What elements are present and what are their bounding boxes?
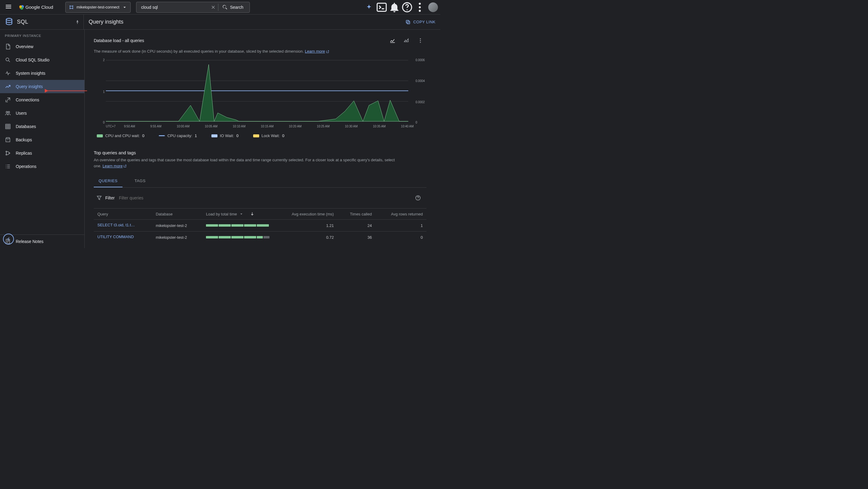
copy-link-label: COPY LINK — [413, 20, 435, 24]
sidebar-item-label: Users — [16, 111, 27, 116]
y-tick: 0.0004 — [415, 79, 427, 83]
search-button[interactable]: Search — [218, 4, 247, 10]
cell-database: mikelopster-test-2 — [152, 220, 202, 231]
collapse-sidebar-button[interactable] — [3, 234, 14, 244]
legend-cpu-capacity[interactable]: CPU capacity: 1 — [159, 134, 197, 138]
sidebar-item-label: Operations — [16, 164, 36, 169]
tab-queries[interactable]: QUERIES — [94, 175, 123, 187]
tab-tags[interactable]: TAGS — [130, 175, 151, 187]
search-bar[interactable]: Search — [136, 2, 250, 13]
svg-point-18 — [6, 58, 9, 61]
chevron-down-icon — [122, 4, 127, 10]
help-button[interactable] — [401, 1, 413, 13]
legend-label: Lock Wait: — [261, 134, 280, 138]
gemini-button[interactable] — [363, 1, 375, 13]
cell-rows-returned: 1 — [375, 220, 427, 231]
x-tick: 10:15 AM — [261, 125, 273, 128]
svg-point-19 — [6, 111, 7, 113]
x-tick: 10:40 AM — [401, 125, 414, 128]
sql-service-icon — [5, 17, 13, 27]
sidebar-item-system-insights[interactable]: System insights — [0, 66, 84, 80]
chart-title: Database load - all queries — [94, 38, 144, 43]
th-exec-time[interactable]: Avg execution time (ms) — [273, 208, 338, 220]
service-label: SQL — [17, 19, 28, 25]
learn-more-link[interactable]: Learn more — [102, 164, 127, 168]
legend-lock-wait[interactable]: Lock Wait: 0 — [253, 134, 284, 138]
sidebar-item-label: Connections — [16, 97, 39, 102]
avatar[interactable] — [428, 2, 438, 12]
sidebar-item-connections[interactable]: Connections — [0, 93, 84, 107]
svg-rect-22 — [6, 139, 10, 142]
legend-label: CPU and CPU wait: — [105, 134, 140, 138]
svg-point-3 — [19, 5, 22, 8]
monitor-icon — [5, 70, 11, 76]
th-load[interactable]: Load by total time — [202, 208, 273, 220]
svg-point-24 — [6, 154, 7, 155]
cell-exec-ms: 0.72 — [273, 231, 338, 243]
project-selector[interactable]: mikelopster-test-connect — [65, 2, 131, 13]
more-button[interactable] — [414, 1, 426, 13]
grid-icon — [5, 123, 11, 130]
close-icon — [211, 4, 216, 10]
legend-cpu-wait[interactable]: CPU and CPU wait: 0 — [97, 134, 144, 138]
legend-value: 0 — [236, 134, 238, 138]
pin-button[interactable] — [71, 16, 84, 28]
table-row[interactable]: SELECT t3.oid, t1.t… mikelopster-test-2 — [94, 220, 427, 231]
svg-rect-9 — [377, 3, 386, 11]
filter-help-button[interactable] — [412, 192, 424, 204]
svg-point-12 — [419, 3, 421, 5]
table-header-row: Query Database Load by total time Avg ex… — [94, 208, 427, 220]
sidebar-item-cloud-sql-studio[interactable]: Cloud SQL Studio — [0, 53, 84, 66]
sidebar-item-users[interactable]: Users — [0, 107, 84, 120]
sidebar-item-query-insights[interactable]: Query insights — [0, 80, 84, 93]
search-input[interactable] — [139, 5, 209, 10]
sidebar-item-operations[interactable]: Operations — [0, 160, 84, 173]
sidebar-item-databases[interactable]: Databases — [0, 120, 84, 133]
legend-label: IO Wait: — [220, 134, 234, 138]
svg-text:Google Cloud: Google Cloud — [25, 4, 53, 10]
chart-legend: CPU and CPU wait: 0 CPU capacity: 1 IO W… — [94, 134, 427, 138]
y-tick: 0 — [94, 121, 105, 124]
cloud-shell-button[interactable] — [376, 1, 388, 13]
sidebar-item-overview[interactable]: Overview — [0, 40, 84, 53]
th-database[interactable]: Database — [152, 208, 202, 220]
x-axis: 9:50 AM 9:55 AM 10:00 AM 10:05 AM 10:10 … — [106, 125, 414, 128]
stacked-chart-mode-button[interactable] — [400, 34, 412, 47]
filter-input[interactable] — [118, 194, 409, 202]
copy-link-button[interactable]: COPY LINK — [405, 19, 435, 25]
page-title: Query insights — [89, 19, 123, 25]
query-link[interactable]: SELECT t3.oid, t1.t… — [97, 223, 135, 227]
legend-value: 1 — [195, 134, 197, 138]
svg-point-37 — [418, 199, 418, 199]
th-query[interactable]: Query — [94, 208, 152, 220]
th-times-called[interactable]: Times called — [338, 208, 376, 220]
legend-swatch — [253, 134, 259, 137]
x-tick: 10:35 AM — [373, 125, 385, 128]
clear-search-button[interactable] — [208, 2, 218, 12]
notifications-button[interactable] — [388, 1, 400, 13]
filter-icon — [96, 195, 102, 201]
legend-value: 0 — [142, 134, 144, 138]
table-row[interactable]: UTILITY COMMAND mikelopster-test-2 — [94, 231, 427, 243]
svg-point-20 — [8, 111, 10, 113]
divider — [84, 15, 84, 29]
db-load-chart[interactable]: 2 1 0 0.0006 0.0004 0.0002 0 U — [94, 58, 427, 128]
cell-load — [202, 231, 273, 243]
google-cloud-logo[interactable]: Google Cloud — [18, 4, 61, 11]
legend-io-wait[interactable]: IO Wait: 0 — [211, 134, 239, 138]
legend-swatch — [97, 134, 103, 137]
legend-swatch — [211, 134, 217, 137]
chart-more-button[interactable] — [414, 34, 427, 47]
x-tick: 10:20 AM — [289, 125, 302, 128]
sidebar-item-backups[interactable]: Backups — [0, 133, 84, 146]
hamburger-menu-button[interactable] — [2, 1, 14, 13]
th-rows-returned[interactable]: Avg rows returned — [375, 208, 427, 220]
cell-times-called: 36 — [338, 231, 376, 243]
svg-rect-21 — [6, 124, 10, 129]
sidebar-item-label: System insights — [16, 71, 45, 76]
sidebar-item-replicas[interactable]: Replicas — [0, 146, 84, 160]
line-chart-mode-button[interactable] — [386, 34, 399, 47]
learn-more-link[interactable]: Learn more — [305, 49, 329, 54]
query-link[interactable]: UTILITY COMMAND — [97, 234, 134, 239]
y-tick: 0.0006 — [415, 58, 427, 62]
